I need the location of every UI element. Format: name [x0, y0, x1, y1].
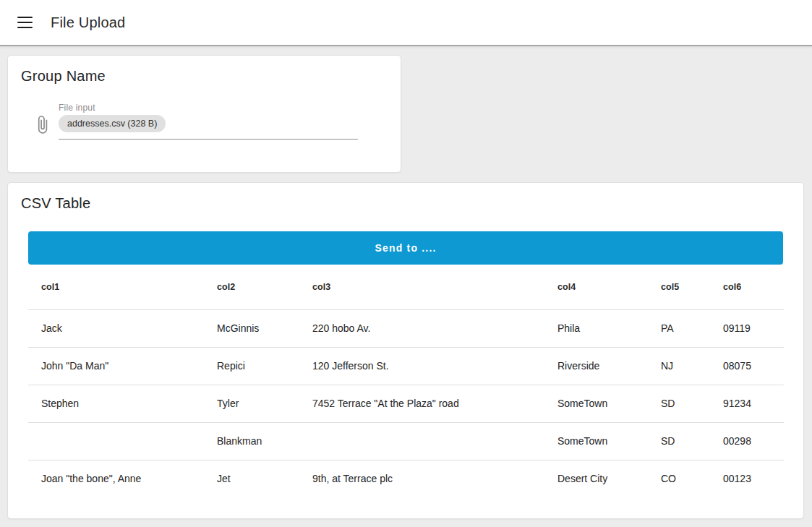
paperclip-icon[interactable]: [33, 115, 52, 134]
table-cell: Tyler: [204, 385, 299, 422]
table-cell: McGinnis: [204, 309, 299, 347]
table-row: John "Da Man"Repici120 Jefferson St.Rive…: [28, 347, 784, 385]
file-input-label: File input: [59, 103, 358, 113]
column-header: col3: [299, 265, 544, 309]
column-header: col6: [710, 265, 784, 309]
table-cell: SD: [648, 422, 710, 460]
csv-table-wrapper: col1col2col3col4col5col6 JackMcGinnis220…: [28, 265, 783, 497]
column-header: col4: [544, 265, 648, 309]
hamburger-menu-icon[interactable]: [13, 11, 36, 34]
table-cell: 91234: [710, 385, 784, 422]
table-body: JackMcGinnis220 hobo Av.PhilaPA09119John…: [28, 309, 784, 497]
csv-table: col1col2col3col4col5col6 JackMcGinnis220…: [28, 265, 784, 497]
csv-table-card: CSV Table Send to .... col1col2col3col4c…: [7, 182, 804, 519]
table-cell: 00123: [710, 460, 784, 497]
column-header: col1: [28, 265, 204, 309]
table-cell: [28, 422, 204, 460]
table-row: BlankmanSomeTownSD00298: [28, 422, 784, 460]
table-cell: SomeTown: [544, 385, 648, 422]
table-cell: [299, 422, 544, 460]
table-cell: 08075: [710, 347, 784, 385]
table-cell: Repici: [204, 347, 299, 385]
table-cell: 9th, at Terrace plc: [299, 460, 544, 497]
hamburger-menu-lines: [17, 17, 33, 29]
table-cell: NJ: [648, 347, 710, 385]
table-cell: 09119: [710, 309, 784, 347]
file-input-underline: [59, 139, 358, 140]
group-name-card: Group Name File input addresses.csv (328…: [7, 55, 401, 173]
table-cell: 00298: [710, 422, 784, 460]
column-header: col5: [648, 265, 710, 309]
table-row: Joan "the bone", AnneJet9th, at Terrace …: [28, 460, 784, 497]
table-cell: SD: [648, 385, 710, 422]
table-cell: Blankman: [204, 422, 299, 460]
table-cell: Riverside: [544, 347, 648, 385]
table-row: JackMcGinnis220 hobo Av.PhilaPA09119: [28, 309, 784, 347]
table-cell: Desert City: [544, 460, 648, 497]
column-header: col2: [204, 265, 299, 309]
page-content: Group Name File input addresses.csv (328…: [0, 46, 812, 519]
table-cell: Jack: [28, 309, 204, 347]
table-row: StephenTyler7452 Terrace "At the Plaza" …: [28, 385, 784, 422]
table-cell: John "Da Man": [28, 347, 204, 385]
send-button[interactable]: Send to ....: [28, 231, 783, 265]
table-cell: 7452 Terrace "At the Plaza" road: [299, 385, 544, 422]
table-cell: Phila: [544, 309, 648, 347]
table-cell: 220 hobo Av.: [299, 309, 544, 347]
table-cell: CO: [648, 460, 710, 497]
table-cell: Stephen: [28, 385, 204, 422]
table-cell: SomeTown: [544, 422, 648, 460]
table-cell: 120 Jefferson St.: [299, 347, 544, 385]
table-cell: Joan "the bone", Anne: [28, 460, 204, 497]
file-input[interactable]: File input addresses.csv (328 B): [59, 103, 358, 140]
file-input-row: File input addresses.csv (328 B): [33, 103, 401, 140]
table-header-row: col1col2col3col4col5col6: [28, 265, 784, 309]
table-card-title: CSV Table: [8, 183, 803, 212]
app-bar: File Upload: [0, 0, 812, 46]
file-chip[interactable]: addresses.csv (328 B): [59, 115, 166, 132]
table-cell: Jet: [204, 460, 299, 497]
upload-card-title: Group Name: [8, 56, 401, 85]
table-cell: PA: [648, 309, 710, 347]
app-bar-title: File Upload: [51, 14, 125, 31]
